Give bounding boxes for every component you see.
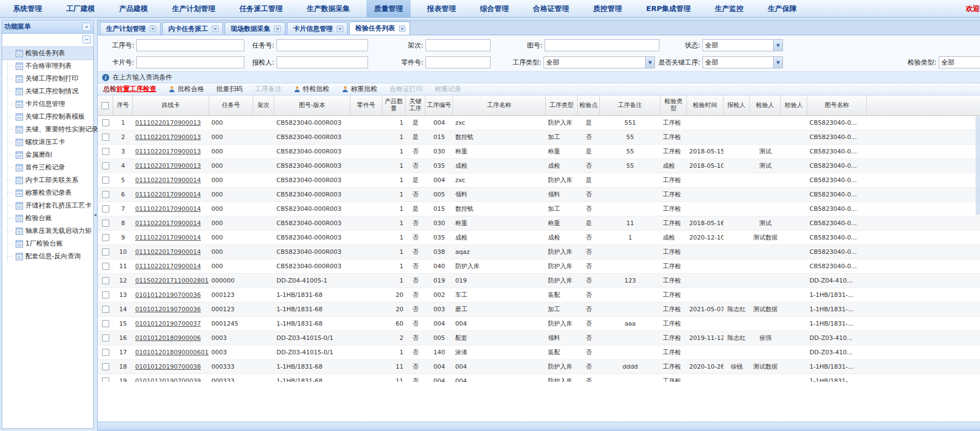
route-card-link[interactable]: 01010120180900006 bbox=[135, 334, 201, 342]
column-header-insp_time[interactable]: 检验时间 bbox=[687, 95, 723, 115]
nav-item-1[interactable]: 工厂建模 bbox=[58, 0, 103, 17]
nav-item-8[interactable]: 综合管理 bbox=[472, 0, 516, 17]
sidebar-item-6[interactable]: 关键、重要特性实测记录 bbox=[2, 123, 93, 136]
sidebar-item-2[interactable]: 关键工序控制打印 bbox=[2, 72, 93, 85]
process-no-input[interactable] bbox=[136, 39, 244, 51]
row-checkbox[interactable] bbox=[102, 148, 109, 155]
nav-item-0[interactable]: 系统管理 bbox=[6, 0, 50, 17]
column-header-remark[interactable]: 工序备注 bbox=[600, 95, 661, 115]
sidebar-item-0[interactable]: 检验任务列表 bbox=[2, 47, 93, 60]
nav-item-11[interactable]: ERP集成管理 bbox=[638, 0, 698, 17]
sidebar-item-11[interactable]: 称重检查记录表 bbox=[2, 187, 93, 199]
row-checkbox[interactable] bbox=[102, 177, 109, 184]
column-header-check[interactable] bbox=[98, 95, 113, 115]
route-card-link[interactable]: 01110220170900013 bbox=[135, 119, 201, 126]
task-no-input[interactable] bbox=[276, 39, 368, 51]
nav-item-5[interactable]: 生产数据采集 bbox=[299, 0, 358, 17]
select-all-checkbox[interactable] bbox=[102, 102, 109, 109]
route-card-link[interactable]: 01110220170900014 bbox=[135, 248, 201, 256]
route-card-link[interactable]: 01110220170900014 bbox=[135, 220, 201, 227]
tab-3[interactable]: 卡片信息管理× bbox=[287, 22, 348, 35]
row-checkbox[interactable] bbox=[102, 306, 109, 313]
row-checkbox[interactable] bbox=[102, 263, 109, 270]
reporter-input[interactable] bbox=[276, 56, 368, 68]
table-row-6[interactable]: 601110220170900014000CB5823040-000R0031否… bbox=[98, 188, 980, 202]
tab-close-icon[interactable]: × bbox=[337, 25, 343, 32]
column-header-drawing_name[interactable]: 图号名称 bbox=[807, 95, 867, 115]
nav-item-13[interactable]: 生产保障 bbox=[760, 0, 804, 17]
drawing-no-input[interactable] bbox=[545, 39, 659, 51]
nav-item-10[interactable]: 质控管理 bbox=[585, 0, 630, 17]
column-header-inspector[interactable]: 检验人 bbox=[750, 95, 781, 115]
tab-close-icon[interactable]: × bbox=[399, 25, 406, 32]
row-checkbox[interactable] bbox=[102, 334, 109, 342]
route-card-link[interactable]: 01010120190700038 bbox=[135, 363, 201, 370]
status-select[interactable]: 全部 ▼ bbox=[702, 39, 783, 51]
nav-item-12[interactable]: 生产监控 bbox=[707, 0, 751, 17]
row-checkbox[interactable] bbox=[102, 349, 109, 356]
sidebar-item-4[interactable]: 卡片信息管理 bbox=[2, 98, 93, 110]
toolbar-button-0[interactable]: 总检前置工序检查 bbox=[103, 84, 156, 94]
row-checkbox[interactable] bbox=[102, 119, 109, 126]
row-checkbox[interactable] bbox=[102, 134, 109, 141]
table-row-19[interactable]: 19010101201907000390003331-1HB/1831-6811… bbox=[98, 374, 980, 382]
tab-close-icon[interactable]: × bbox=[274, 25, 281, 32]
nav-item-2[interactable]: 产品建模 bbox=[111, 0, 156, 17]
table-row-11[interactable]: 1101110220170900014000CB5823040-000R0031… bbox=[98, 259, 980, 274]
column-header-route[interactable]: 路线卡 bbox=[133, 95, 209, 115]
sidebar-item-12[interactable]: 开缝衬套孔挤压工艺卡 bbox=[2, 199, 93, 212]
route-card-link[interactable]: 01110220170900014 bbox=[135, 205, 201, 212]
sidebar-item-16[interactable]: 配套信息-反向查询 bbox=[2, 250, 93, 263]
toolbar-button-4[interactable]: 特检批检 bbox=[294, 84, 329, 94]
row-checkbox[interactable] bbox=[102, 205, 109, 212]
batch-input[interactable] bbox=[425, 39, 491, 51]
nav-item-9[interactable]: 合格证管理 bbox=[525, 0, 577, 17]
route-card-link[interactable]: 01110220170900014 bbox=[135, 234, 201, 241]
table-row-8[interactable]: 801110220170900014000CB5823040-000R0031否… bbox=[98, 216, 980, 231]
row-checkbox[interactable] bbox=[102, 320, 109, 327]
sidebar-item-10[interactable]: 内卡工部关联关系 bbox=[2, 174, 93, 187]
toolbar-button-link[interactable]: 前置工序检查 bbox=[116, 84, 156, 94]
sidebar-item-5[interactable]: 关键工序控制表模板 bbox=[2, 110, 93, 123]
nav-item-3[interactable]: 生产计划管理 bbox=[164, 0, 223, 17]
route-card-link[interactable]: 0115022017110002801 bbox=[135, 277, 209, 284]
row-checkbox[interactable] bbox=[102, 377, 109, 382]
chevron-down-icon[interactable]: ▼ bbox=[773, 57, 782, 68]
row-checkbox[interactable] bbox=[102, 234, 109, 241]
sidebar-collapse-icon[interactable]: « bbox=[82, 23, 91, 31]
inspect-type-select[interactable]: 全部 bbox=[939, 56, 980, 68]
tab-close-icon[interactable]: × bbox=[150, 25, 156, 32]
row-checkbox[interactable] bbox=[102, 220, 109, 227]
column-header-qty[interactable]: 产品数量 bbox=[382, 95, 406, 115]
tab-1[interactable]: 内卡任务派工× bbox=[162, 22, 223, 35]
chevron-down-icon[interactable]: ▼ bbox=[773, 40, 782, 51]
column-header-part[interactable]: 零件号 bbox=[350, 95, 382, 115]
row-checkbox[interactable] bbox=[102, 248, 109, 256]
sidebar-item-14[interactable]: 轴承压装无载启动力矩 bbox=[2, 225, 93, 237]
table-row-15[interactable]: 150101012019070003700012451-1HB/1831-686… bbox=[98, 317, 980, 331]
column-header-code[interactable]: 工序编号 bbox=[425, 95, 453, 115]
table-row-1[interactable]: 101110220170900013000CB5823040-000R0031是… bbox=[98, 116, 980, 130]
tab-close-icon[interactable]: × bbox=[212, 25, 219, 32]
column-header-reporter[interactable]: 报检人 bbox=[723, 95, 750, 115]
column-header-type[interactable]: 工序类型 bbox=[546, 95, 578, 115]
table-row-7[interactable]: 701110220170900014000CB5823040-000R0031是… bbox=[98, 202, 980, 216]
splitter-collapse-icon[interactable]: ◂ bbox=[94, 212, 97, 217]
route-card-link[interactable]: 01010120190700036 bbox=[135, 291, 201, 299]
table-row-13[interactable]: 13010101201907000360001231-1HB/1831-6820… bbox=[98, 288, 980, 302]
table-row-4[interactable]: 401110220170900013000CB5823040-000R0031否… bbox=[98, 159, 980, 173]
route-card-link[interactable]: 01110220170900014 bbox=[135, 263, 201, 270]
key-process-select[interactable]: 全部 ▼ bbox=[702, 56, 783, 68]
column-header-drawing[interactable]: 图号-版本 bbox=[274, 95, 350, 115]
route-card-link[interactable]: 01110220170900014 bbox=[135, 191, 201, 198]
nav-item-4[interactable]: 任务派工管理 bbox=[232, 0, 290, 17]
sidebar-item-1[interactable]: 不合格审理列表 bbox=[2, 60, 93, 72]
row-checkbox[interactable] bbox=[102, 191, 109, 198]
nav-item-7[interactable]: 报表管理 bbox=[419, 0, 464, 17]
table-row-2[interactable]: 201110220170900013000CB5823040-000R0031是… bbox=[98, 130, 980, 145]
table-row-3[interactable]: 301110220170900013000CB5823040-000R0031否… bbox=[98, 145, 980, 159]
toolbar-button-2[interactable]: 批量扫码 bbox=[216, 84, 243, 94]
row-checkbox[interactable] bbox=[102, 363, 109, 370]
vertical-scrollbar[interactable] bbox=[976, 116, 980, 215]
sidebar-item-15[interactable]: 1厂检验台账 bbox=[2, 237, 93, 250]
